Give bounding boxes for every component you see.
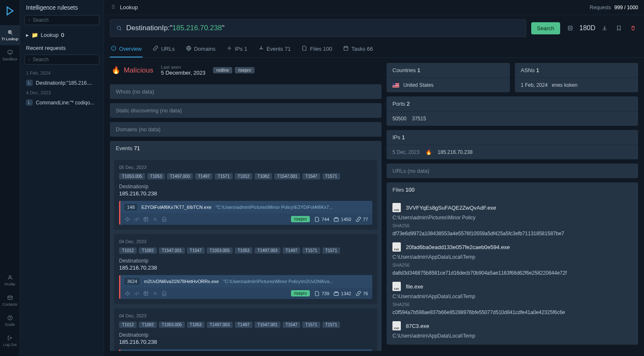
file-card[interactable]: EXEfile.exeC:\Users\admin\AppData\Local\…	[392, 282, 632, 315]
nav-guide[interactable]: Guide	[0, 311, 20, 331]
ttp-tag[interactable]: T1571	[322, 322, 340, 328]
recent-search[interactable]	[24, 55, 99, 65]
event-date: 04 Dec, 2023	[119, 239, 372, 244]
requests-counter: Requests 999 / 1000	[590, 5, 638, 10]
query-bar: DestinationIp:"185.216.70.238" Search 18…	[104, 15, 644, 41]
ttp-tag[interactable]: T1053	[235, 247, 252, 254]
date-range[interactable]: 180D	[579, 24, 595, 32]
tag-pill[interactable]: redline	[213, 67, 232, 73]
files-panel: Files 100 EXE3VVFYqEs8gSuFAQE2ZwQvAdF.ex…	[387, 182, 638, 345]
ttp-tag[interactable]: T1053.005	[207, 247, 233, 254]
ttp-tag[interactable]: T1547.001	[274, 173, 300, 179]
recent-search-input[interactable]	[33, 57, 96, 62]
tag-pill[interactable]: risepro	[235, 67, 254, 73]
ttp-tag[interactable]: T1012	[235, 173, 252, 179]
ttp-tag[interactable]: T1497.003	[254, 247, 280, 254]
ttp-tag[interactable]: T1547	[187, 247, 205, 254]
verdict-row: 🔥 Malicious Last seen 5 December, 2023 r…	[110, 63, 382, 80]
ttp-tag[interactable]: T1082	[139, 322, 156, 328]
nav-ti-lookup[interactable]: TI Lookup	[0, 25, 20, 45]
event-card[interactable]: 04 Dec, 2023T1012T1082T1053.005T1053T149…	[114, 308, 377, 351]
svg-rect-17	[144, 291, 148, 295]
ruleset-search-input[interactable]	[33, 17, 96, 23]
process-block[interactable]: 3868asWqmMX8XbNZXkKgu7N9O8CF.exe"C:\User…	[119, 349, 372, 351]
download-icon[interactable]	[600, 23, 610, 33]
nav-logout[interactable]: Log Out	[0, 331, 20, 351]
ttp-tag[interactable]: T1571	[302, 247, 320, 254]
file-card[interactable]: EXE87C3.exeC:\Users\admin\AppData\Local\…	[392, 321, 632, 339]
tab-icon	[186, 45, 192, 52]
svg-point-13	[229, 47, 230, 49]
tab-icon	[301, 45, 307, 52]
ttp-tag[interactable]: T1012	[119, 322, 137, 328]
search-button[interactable]: Search	[531, 22, 560, 34]
tab-ips[interactable]: IPs 1	[226, 41, 248, 57]
process-block[interactable]: 148E2YDiFolAf6Kx7KT7_6IbTCN.exe"C:\Users…	[119, 201, 372, 225]
ttp-tag[interactable]: T1082	[139, 247, 156, 254]
page-title: Lookup	[120, 4, 586, 10]
date-group: 1 Feb, 2024	[24, 69, 99, 77]
ttp-tag[interactable]: T1497.003	[207, 322, 233, 328]
nav-profile[interactable]: Profile	[0, 270, 20, 291]
verdict-badge: 🔥 Malicious	[112, 66, 153, 75]
event-card[interactable]: 05 Dec, 2023T1053.005T1053T1497.003T1497…	[114, 160, 377, 230]
ttp-tag[interactable]: T1547	[283, 322, 300, 328]
last-seen: Last seen 5 December, 2023	[161, 65, 205, 76]
ttp-tag[interactable]: T1547	[302, 173, 320, 179]
tab-files[interactable]: Files 100	[301, 41, 333, 57]
tab-tasks[interactable]: Tasks 66	[342, 41, 374, 57]
file-exe-icon: EXE	[392, 321, 401, 330]
ttp-tag[interactable]: T1053	[147, 173, 165, 179]
ttp-tag[interactable]: T1547.001	[254, 322, 280, 328]
file-exe-icon: EXE	[392, 282, 401, 291]
nav-sandbox[interactable]: Sandbox	[0, 45, 20, 65]
file-card[interactable]: EXE20fad6ba0eadd133e057fe2caeb0e594.exeC…	[392, 242, 632, 276]
ttp-tag[interactable]: T1012	[119, 247, 137, 254]
ttp-tag[interactable]: T1497	[235, 322, 252, 328]
json-icon[interactable]	[565, 23, 575, 33]
svg-rect-2	[8, 50, 12, 53]
ttp-tag[interactable]: T1497.003	[167, 173, 193, 179]
file-card[interactable]: EXE3VVFYqEs8gSuFAQE2ZwQvAdF.exeC:\Users\…	[392, 203, 632, 236]
ttp-tag[interactable]: T1497	[283, 247, 300, 254]
folder-lookup[interactable]: ▸ 📁 Lookup 0	[24, 29, 99, 41]
svg-rect-15	[144, 217, 148, 221]
process-block[interactable]: 3624m2UvDNi6va31N78HetHvORRx.exe"C:\User…	[119, 275, 372, 299]
ttp-tag[interactable]: T1053.005	[119, 173, 145, 179]
domains-panel[interactable]: Domains (no data)	[110, 122, 382, 137]
tab-events[interactable]: Events 71	[257, 41, 292, 57]
tab-overview[interactable]: Overview	[110, 41, 143, 57]
ttp-tag[interactable]: T1053	[187, 322, 205, 328]
event-date: 04 Dec, 2023	[119, 313, 372, 318]
ttp-tag[interactable]: T1053.005	[159, 322, 185, 328]
brand-logo	[4, 5, 16, 17]
ruleset-search[interactable]	[24, 15, 99, 25]
ttp-tag[interactable]: T1571	[302, 322, 320, 328]
search-icon	[116, 25, 122, 31]
event-card[interactable]: 04 Dec, 2023T1012T1082T1547.001T1547T105…	[114, 234, 377, 304]
delete-icon[interactable]	[628, 23, 638, 33]
nav-contacts[interactable]: Contacts	[0, 291, 20, 311]
pid: 3624	[125, 278, 140, 285]
caret-icon: ▸	[26, 32, 29, 38]
svg-rect-14	[344, 47, 348, 50]
ttp-tag[interactable]: T1571	[322, 173, 340, 179]
query-input[interactable]: DestinationIp:"185.216.70.238"	[110, 19, 526, 37]
recent-item[interactable]: LDestinationIp:"185.216....	[24, 77, 99, 88]
urls-panel[interactable]: URLs (no data)	[387, 164, 638, 178]
tab-domains[interactable]: Domains	[185, 41, 216, 57]
bookmark-icon[interactable]	[614, 23, 624, 33]
tab-urls[interactable]: URLs	[152, 41, 176, 57]
process-icons	[125, 216, 167, 222]
whois-panel[interactable]: Whois (no data)	[110, 84, 382, 99]
svg-point-1	[9, 31, 10, 32]
ttp-tag[interactable]: T1082	[254, 173, 272, 179]
ttp-tag[interactable]: T1571	[215, 173, 232, 179]
ttp-tag[interactable]: T1497	[195, 173, 213, 179]
static-panel[interactable]: Static discovering (no data)	[110, 103, 382, 118]
recent-item[interactable]: LCommandLine:"* codiqo...	[24, 97, 99, 108]
badge: L	[26, 99, 33, 106]
stat: 76	[356, 291, 368, 296]
ttp-tag[interactable]: T1571	[322, 247, 340, 254]
ttp-tag[interactable]: T1547.001	[159, 247, 185, 254]
